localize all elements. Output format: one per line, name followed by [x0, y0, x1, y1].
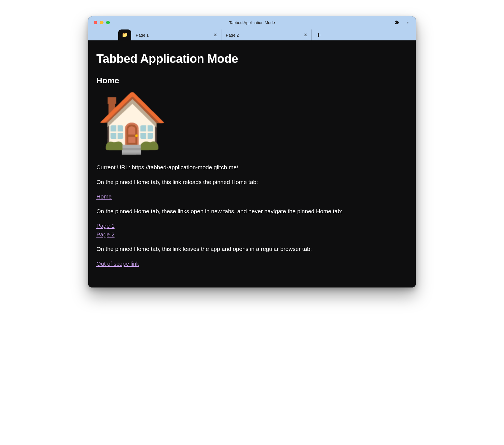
extensions-icon[interactable] — [392, 18, 402, 27]
hero-image: 🏠 — [96, 94, 408, 151]
titlebar-actions — [392, 16, 413, 28]
tab-label: Page 2 — [226, 33, 302, 37]
close-icon — [304, 33, 307, 37]
window-minimize-button[interactable] — [100, 21, 103, 24]
tab-page-1[interactable]: Page 1 — [131, 29, 221, 40]
page-links: Page 1 Page 2 — [96, 221, 408, 239]
traffic-lights — [94, 16, 110, 28]
plus-icon — [316, 32, 321, 37]
more-menu-icon[interactable] — [403, 18, 413, 27]
link-home[interactable]: Home — [96, 193, 112, 200]
window-title: Tabbed Application Mode — [88, 20, 416, 25]
tabstrip: 📁 Page 1 Page 2 — [88, 28, 416, 40]
window-maximize-button[interactable] — [106, 21, 110, 24]
current-url-line: Current URL: https://tabbed-application-… — [96, 163, 408, 172]
new-tab-button[interactable] — [313, 29, 324, 40]
page-content: Tabbed Application Mode Home 🏠 Current U… — [88, 40, 416, 287]
window-close-button[interactable] — [94, 21, 97, 24]
current-url-value: https://tabbed-application-mode.glitch.m… — [132, 164, 238, 170]
titlebar: Tabbed Application Mode 📁 Page 1 — [88, 16, 416, 40]
svg-point-1 — [408, 22, 408, 23]
page-title: Tabbed Application Mode — [96, 50, 408, 68]
svg-point-0 — [408, 20, 408, 21]
link-page-2[interactable]: Page 2 — [96, 230, 408, 239]
info-newtabs: On the pinned Home tab, these links open… — [96, 207, 408, 216]
tab-page-2[interactable]: Page 2 — [221, 29, 312, 40]
tab-label: Page 1 — [136, 33, 212, 37]
titlebar-top: Tabbed Application Mode — [88, 16, 416, 28]
close-tab-button[interactable] — [212, 31, 219, 38]
link-page-1[interactable]: Page 1 — [96, 221, 408, 230]
tab-pinned-home[interactable]: 📁 — [118, 29, 131, 40]
close-tab-button[interactable] — [302, 31, 309, 38]
current-url-label: Current URL: — [96, 164, 132, 170]
close-icon — [214, 33, 217, 37]
page-subtitle: Home — [96, 74, 408, 87]
info-outscope: On the pinned Home tab, this link leaves… — [96, 245, 408, 253]
link-out-of-scope[interactable]: Out of scope link — [96, 260, 139, 267]
svg-point-2 — [408, 23, 408, 24]
folder-icon: 📁 — [122, 32, 128, 37]
app-window: Tabbed Application Mode 📁 Page 1 — [88, 16, 416, 287]
info-reload: On the pinned Home tab, this link reload… — [96, 178, 408, 186]
house-icon: 🏠 — [96, 94, 168, 151]
